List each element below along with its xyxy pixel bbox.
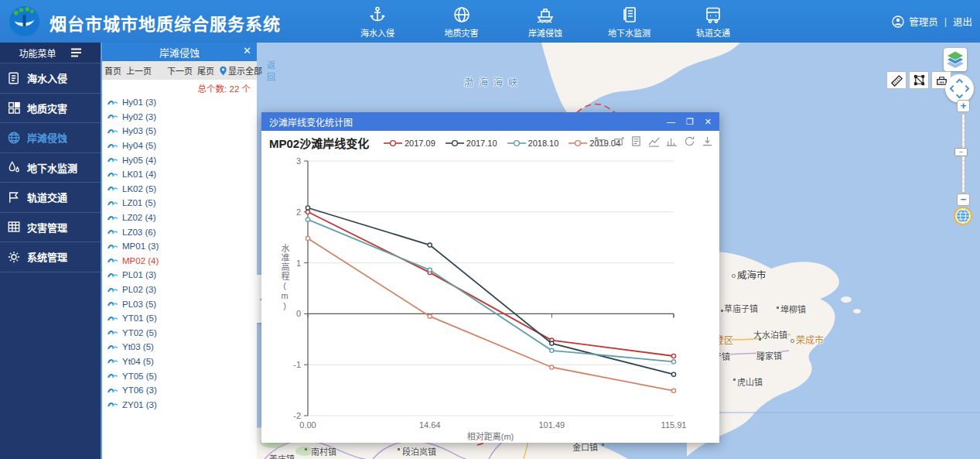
top-nav-item-0[interactable]: 海水入侵 <box>348 5 407 39</box>
legend-item-2017.10[interactable]: 2017.10 <box>446 139 497 148</box>
save-image-icon[interactable] <box>702 135 713 147</box>
sidebar-item-3[interactable]: 地下水监测 <box>0 153 101 183</box>
list-item-label: Hy01 (3) <box>122 98 156 107</box>
list-item-label: YT06 (3) <box>122 385 157 395</box>
town-dot <box>733 379 736 381</box>
list-item-Hy01[interactable]: Hy01 (3) <box>102 95 257 110</box>
top-nav-label: 海水入侵 <box>348 26 407 39</box>
maximize-button[interactable]: ❐ <box>686 117 694 127</box>
list-item-YT02[interactable]: YT02 (5) <box>102 326 257 341</box>
svg-text:-1: -1 <box>293 360 301 369</box>
data-view-icon[interactable] <box>630 135 642 147</box>
list-item-label: Yt04 (5) <box>122 357 154 366</box>
list-item-PL03[interactable]: PL03 (5) <box>102 296 257 311</box>
sidebar-item-5[interactable]: 灾害管理 <box>0 213 101 243</box>
list-item-label: Hy04 (5) <box>122 141 156 150</box>
sidebar-item-1[interactable]: 地质灾害 <box>0 94 101 124</box>
logout-button[interactable]: 退出 <box>953 14 972 29</box>
measure-area-button[interactable] <box>909 71 929 89</box>
hamburger-icon[interactable] <box>70 48 82 57</box>
sidebar-item-2[interactable]: 岸滩侵蚀 <box>0 123 101 153</box>
pagination-prev-button[interactable]: 上一页 <box>126 64 152 77</box>
monitor-point-icon <box>108 170 118 179</box>
legend-item-2018.10[interactable]: 2018.10 <box>507 139 559 148</box>
sidebar-item-label: 系统管理 <box>27 249 67 264</box>
list-item-YT01[interactable]: YT01 (5) <box>102 311 257 326</box>
map-reset-button[interactable] <box>954 207 972 228</box>
monitor-point-icon <box>108 372 118 380</box>
list-item-label: Hy03 (5) <box>122 126 156 135</box>
list-item-ZY01[interactable]: ZY01 (3) <box>102 397 257 412</box>
user-name[interactable]: 管理员 <box>909 14 938 29</box>
zoom-out-button[interactable]: − <box>957 194 970 206</box>
list-item-LK02[interactable]: LK02 (5) <box>102 182 257 197</box>
list-item-LZ02[interactable]: LZ02 (4) <box>102 211 257 225</box>
close-icon[interactable]: ✕ <box>705 117 712 127</box>
map-pan-control[interactable] <box>945 74 974 103</box>
map-label-town: 南村镇 <box>311 445 336 457</box>
monitor-point-icon <box>108 314 118 323</box>
monitor-point-icon <box>108 357 118 365</box>
list-item-YT06[interactable]: YT06 (3) <box>102 383 257 398</box>
top-nav-label: 岸滩侵蚀 <box>516 26 575 39</box>
list-item-PL01[interactable]: PL01 (3) <box>102 268 257 283</box>
data-zoom-icon[interactable] <box>595 135 606 147</box>
dialog-titlebar[interactable]: 沙滩岸线变化统计图 — ❐ ✕ <box>261 112 719 131</box>
top-nav-item-1[interactable]: 地质灾害 <box>432 5 491 39</box>
pagination-last-button[interactable]: 尾页 <box>197 64 214 77</box>
show-all-button[interactable]: 显示全部 <box>219 64 262 77</box>
pagination-first-button[interactable]: 首页 <box>104 64 121 77</box>
list-item-Yt04[interactable]: Yt04 (5) <box>102 355 257 369</box>
monitor-point-icon <box>108 242 118 251</box>
list-item-LZ03[interactable]: LZ03 (6) <box>102 224 257 239</box>
app-header: 烟台市城市地质综合服务系统 海水入侵地质灾害岸滩侵蚀地下水监测轨道交通 管理员 … <box>0 0 980 43</box>
list-item-MP02[interactable]: MP02 (4) <box>102 254 257 269</box>
list-item-LZ01[interactable]: LZ01 (5) <box>102 196 257 211</box>
list-item-Hy05[interactable]: Hy05 (4) <box>102 152 257 167</box>
monitor-point-icon <box>108 328 118 337</box>
layer-switcher-button[interactable] <box>944 48 967 71</box>
user-icon <box>892 15 904 28</box>
table-icon <box>7 220 21 234</box>
list-item-Hy03[interactable]: Hy03 (5) <box>102 124 257 139</box>
pagination-next-button[interactable]: 下一页 <box>167 64 193 77</box>
minimize-button[interactable]: — <box>667 117 675 127</box>
measure-distance-button[interactable] <box>886 71 907 89</box>
pan-compass-icon <box>947 76 972 101</box>
top-nav-item-4[interactable]: 轨道交通 <box>684 5 743 39</box>
panel-close-button[interactable]: ✕ <box>243 45 251 57</box>
list-item-Hy04[interactable]: Hy04 (5) <box>102 139 257 153</box>
list-item-MP01[interactable]: MP01 (3) <box>102 239 257 254</box>
restore-icon[interactable] <box>684 135 695 147</box>
svg-text:115.91: 115.91 <box>661 420 687 430</box>
list-item-PL02[interactable]: PL02 (3) <box>102 283 257 297</box>
svg-text:14.64: 14.64 <box>419 420 441 430</box>
legend-item-2017.09[interactable]: 2017.09 <box>384 139 435 148</box>
town-dot <box>398 448 400 450</box>
list-item-LK01[interactable]: LK01 (4) <box>102 167 257 182</box>
list-item-Yt03[interactable]: Yt03 (5) <box>102 340 257 355</box>
list-item-label: PL02 (3) <box>122 285 156 294</box>
list-item-label: PL03 (5) <box>122 300 156 309</box>
sidebar-item-4[interactable]: 轨道交通 <box>0 183 101 213</box>
dialog-title: 沙滩岸线变化统计图 <box>269 115 353 128</box>
sidebar-item-0[interactable]: 海水入侵 <box>0 63 101 94</box>
line-chart-icon[interactable] <box>648 135 660 147</box>
globe-icon <box>432 5 491 25</box>
zoom-reset-icon[interactable] <box>613 135 624 147</box>
sidebar-item-6[interactable]: 系统管理 <box>0 242 101 272</box>
zoom-in-button[interactable]: + <box>957 100 970 112</box>
list-item-label: PL01 (3) <box>122 270 156 279</box>
back-button[interactable]: 返回 <box>267 58 275 83</box>
legend-label: 2018.10 <box>528 139 559 148</box>
top-nav-item-2[interactable]: 岸滩侵蚀 <box>516 5 575 39</box>
list-item-YT05[interactable]: YT05 (5) <box>102 368 257 383</box>
map-label-town: 滕家镇 <box>756 349 782 361</box>
svg-text:0: 0 <box>296 309 301 318</box>
list-item-Hy02[interactable]: Hy02 (3) <box>102 110 257 125</box>
bar-chart-icon[interactable] <box>666 135 678 147</box>
top-nav-item-3[interactable]: 地下水监测 <box>600 5 659 39</box>
town-dot <box>759 338 761 341</box>
zoom-slider-handle[interactable]: − <box>954 148 968 156</box>
map-label-town: 虎山镇 <box>737 375 763 388</box>
